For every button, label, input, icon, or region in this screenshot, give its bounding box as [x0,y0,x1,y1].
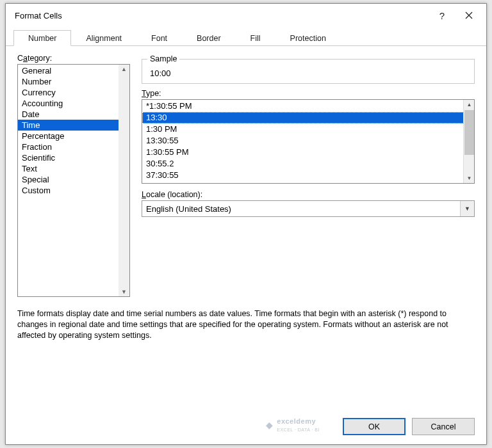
tab-font[interactable]: Font [136,30,182,46]
category-listbox[interactable]: GeneralNumberCurrencyAccountingDateTimeP… [17,64,130,297]
type-item[interactable]: 37:30:55 [142,170,474,181]
tab-label: Fill [250,34,261,43]
scroll-thumb[interactable] [464,110,474,155]
button-label: OK [368,422,380,431]
cancel-button[interactable]: Cancel [412,418,475,435]
titlebar: Format Cells ? [6,4,486,27]
ok-button[interactable]: OK [343,418,406,435]
type-item[interactable]: 13:30:55 [142,135,474,147]
watermark-tagline: EXCEL · DATA · BI [277,428,320,432]
type-item[interactable]: *1:30:55 PM [142,100,474,112]
watermark: ◆ exceldemy EXCEL · DATA · BI [266,417,320,433]
tab-protection[interactable]: Protection [275,30,341,46]
watermark-brand: exceldemy [277,417,316,425]
scroll-down-icon: ▼ [121,289,127,295]
category-item[interactable]: Text [18,163,129,174]
format-cells-dialog: Format Cells ? Number Alignment Font Bor… [5,3,487,445]
close-icon [465,12,473,19]
type-listbox[interactable]: *1:30:55 PM13:301:30 PM13:30:551:30:55 P… [142,99,475,184]
dialog-title: Format Cells [15,11,429,20]
help-button[interactable]: ? [429,6,455,24]
type-item[interactable]: 1:30:55 PM [142,147,474,158]
category-item[interactable]: Time [18,120,129,131]
sample-group: Sample 10:00 [142,59,475,84]
scroll-up-icon: ▲ [464,100,475,109]
category-item[interactable]: Scientific [18,152,129,163]
locale-label: Locale (location): [142,190,475,199]
category-item[interactable]: Date [18,109,129,120]
tab-label: Alignment [86,34,122,43]
type-item[interactable]: 30:55.2 [142,158,474,170]
sample-value: 10:00 [149,68,468,78]
tab-label: Number [28,34,56,43]
tab-label: Border [197,34,221,43]
category-item[interactable]: Fraction [18,141,129,152]
category-item[interactable]: Accounting [18,98,129,109]
locale-combobox[interactable]: English (United States) ▼ [142,200,475,217]
description-text: Time formats display date and time seria… [17,308,475,341]
chevron-down-icon: ▼ [464,205,470,212]
tab-border[interactable]: Border [182,30,236,46]
tabstrip: Number Alignment Font Border Fill Protec… [6,27,486,46]
category-label: Category: [17,54,130,63]
scrollbar[interactable]: ▲ ▼ [119,65,129,296]
scrollbar[interactable]: ▲ ▼ [463,100,474,183]
type-item[interactable]: 1:30 PM [142,124,474,135]
type-label: Type: [142,89,475,98]
tab-alignment[interactable]: Alignment [71,30,136,46]
category-item[interactable]: Special [18,174,129,185]
sample-legend: Sample [147,54,179,63]
category-item[interactable]: General [18,65,129,76]
close-button[interactable] [455,6,482,24]
tab-label: Font [151,34,167,43]
scroll-down-icon: ▼ [464,173,475,183]
scroll-up-icon: ▲ [121,66,127,72]
category-item[interactable]: Custom [18,185,129,196]
tab-label: Protection [290,34,326,43]
dialog-content: Category: GeneralNumberCurrencyAccountin… [6,46,486,412]
locale-value: English (United States) [146,204,231,214]
category-item[interactable]: Number [18,76,129,87]
tab-number[interactable]: Number [13,30,71,46]
type-item[interactable]: 13:30 [142,112,474,124]
category-item[interactable]: Currency [18,87,129,98]
logo-icon: ◆ [266,420,274,430]
button-row: ◆ exceldemy EXCEL · DATA · BI OK Cancel [6,412,486,444]
category-item[interactable]: Percentage [18,131,129,141]
dropdown-button[interactable]: ▼ [460,201,474,216]
tab-fill[interactable]: Fill [236,30,275,46]
button-label: Cancel [431,422,456,431]
